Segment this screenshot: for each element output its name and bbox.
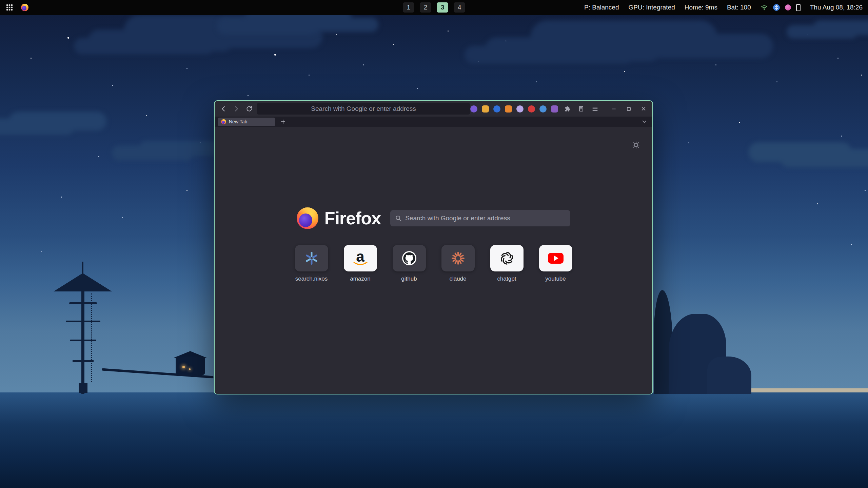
watchtower-beam	[69, 302, 97, 304]
window-controls	[609, 104, 648, 114]
minimize-icon	[611, 106, 616, 111]
extension-icon-5[interactable]	[516, 105, 524, 113]
minimize-button[interactable]	[609, 104, 618, 114]
shortcut-claude[interactable]: claude	[441, 245, 475, 282]
cloud	[217, 18, 319, 35]
newtab-search-box[interactable]	[390, 210, 570, 226]
workspace-3-active[interactable]: 3	[437, 2, 448, 13]
claude-icon	[451, 251, 466, 266]
ocean	[0, 392, 868, 488]
workspace-4[interactable]: 4	[454, 2, 465, 13]
app-menu-button[interactable]	[590, 104, 600, 114]
tab-label: New Tab	[229, 119, 247, 124]
shortcut-youtube[interactable]: youtube	[539, 245, 572, 282]
watchtower-beam	[66, 321, 100, 322]
cloud	[0, 119, 75, 135]
forward-button[interactable]	[232, 104, 241, 114]
shortcut-github[interactable]: github	[393, 245, 426, 282]
extension-icon-3[interactable]	[493, 105, 500, 113]
workspace-switcher: 1 2 3 4	[403, 2, 465, 13]
shortcut-tile	[539, 245, 572, 271]
toolbar-right	[470, 104, 648, 114]
shortcut-search-nixos[interactable]: search.nixos	[295, 245, 328, 282]
shortcut-chatgpt[interactable]: chatgpt	[490, 245, 524, 282]
extension-icon-8[interactable]	[551, 105, 558, 113]
close-icon	[641, 106, 646, 111]
tab-strip: New Tab	[215, 117, 652, 127]
watchtower-base	[79, 383, 87, 393]
firefox-taskbar-icon[interactable]	[21, 4, 28, 11]
tab-new-tab[interactable]: New Tab	[218, 118, 275, 126]
workspace-2[interactable]: 2	[420, 2, 431, 13]
maximize-icon	[626, 106, 631, 111]
new-tab-page: Firefox	[215, 127, 652, 394]
bluetooth-icon[interactable]	[773, 4, 780, 11]
workspace-1[interactable]: 1	[403, 2, 414, 13]
shortcut-label: github	[401, 276, 417, 282]
shortcut-label: chatgpt	[497, 276, 516, 282]
phone-icon[interactable]	[796, 4, 801, 11]
gear-icon	[632, 141, 640, 149]
github-icon	[402, 251, 417, 266]
network-icon[interactable]	[761, 4, 768, 11]
hamburger-icon	[592, 105, 598, 112]
cloud	[88, 30, 234, 52]
youtube-icon	[548, 253, 564, 264]
extensions-button[interactable]	[563, 104, 572, 114]
hut-light	[182, 366, 185, 368]
chevron-right-icon	[233, 105, 240, 113]
cloud	[780, 149, 868, 167]
power-profile-status: P: Balanced	[584, 4, 619, 11]
extension-icon-1[interactable]	[470, 105, 477, 113]
nixos-icon	[304, 251, 319, 266]
url-bar[interactable]	[257, 103, 470, 115]
new-tab-button[interactable]	[278, 117, 288, 126]
reload-icon	[246, 105, 253, 112]
shortcut-tile: a	[344, 245, 377, 271]
personalize-button[interactable]	[631, 140, 641, 150]
firefox-window: New Tab Firefox	[214, 100, 653, 394]
reload-button[interactable]	[244, 104, 254, 114]
clock: Thu Aug 08, 18:26	[810, 4, 863, 11]
tray-indicator-icon[interactable]	[785, 4, 791, 11]
newtab-search-input[interactable]	[405, 215, 566, 222]
extension-icon-6[interactable]	[528, 105, 535, 113]
grid-icon	[6, 4, 13, 11]
page-actions-button[interactable]	[576, 104, 586, 114]
shortcut-label: claude	[449, 276, 466, 282]
extension-icon-7[interactable]	[539, 105, 547, 113]
shortcut-tile	[490, 245, 524, 271]
gpu-status: GPU: Integrated	[628, 4, 675, 11]
cloud	[485, 37, 661, 62]
status-bar-right: P: Balanced GPU: Integrated Home: 9ms Ba…	[584, 4, 868, 11]
amazon-icon: a	[353, 251, 368, 266]
shortcuts-row: search.nixos a amazon	[295, 245, 572, 282]
page-icon	[578, 105, 585, 112]
shortcut-amazon[interactable]: a amazon	[344, 245, 377, 282]
shortcut-tile	[441, 245, 475, 271]
cloud	[112, 146, 193, 161]
firefox-logo	[297, 207, 318, 229]
shortcut-tile	[393, 245, 426, 271]
maximize-button[interactable]	[624, 104, 633, 114]
close-button[interactable]	[639, 104, 648, 114]
shortcut-tile	[295, 245, 328, 271]
shortcut-label: amazon	[350, 276, 370, 282]
chatgpt-icon	[499, 251, 514, 266]
list-tabs-button[interactable]	[639, 117, 649, 126]
shortcut-label: youtube	[545, 276, 566, 282]
chevron-down-icon	[641, 119, 647, 125]
status-bar: 1 2 3 4 P: Balanced GPU: Integrated Home…	[0, 0, 868, 15]
shortcut-label: search.nixos	[295, 276, 328, 282]
hut-silhouette	[176, 357, 205, 375]
extension-icon-2[interactable]	[482, 105, 489, 113]
app-launcher-button[interactable]	[5, 3, 14, 12]
watchtower-beam	[70, 340, 96, 341]
back-button[interactable]	[219, 104, 228, 114]
watchtower-pole	[81, 290, 84, 394]
navigation-toolbar	[215, 101, 652, 117]
cloud	[787, 25, 858, 39]
puzzle-icon	[564, 105, 571, 113]
status-bar-left	[0, 3, 28, 12]
extension-icon-4[interactable]	[505, 105, 512, 113]
